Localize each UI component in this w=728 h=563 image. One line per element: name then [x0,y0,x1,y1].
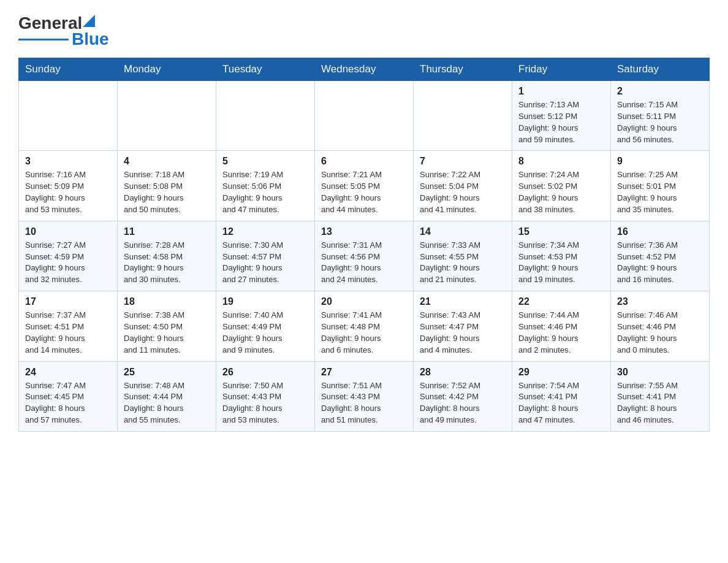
day-info: Sunrise: 7:27 AM Sunset: 4:59 PM Dayligh… [25,240,111,286]
day-info: Sunrise: 7:24 AM Sunset: 5:02 PM Dayligh… [518,169,604,215]
day-info: Sunrise: 7:38 AM Sunset: 4:50 PM Dayligh… [124,310,210,356]
day-number: 29 [518,367,604,378]
table-cell: 8Sunrise: 7:24 AM Sunset: 5:02 PM Daylig… [512,151,611,221]
day-info: Sunrise: 7:51 AM Sunset: 4:43 PM Dayligh… [321,380,407,426]
table-cell: 26Sunrise: 7:50 AM Sunset: 4:43 PM Dayli… [216,361,315,431]
table-cell: 19Sunrise: 7:40 AM Sunset: 4:49 PM Dayli… [216,291,315,361]
day-number: 17 [25,296,111,307]
header-saturday: Saturday [611,58,710,81]
day-info: Sunrise: 7:31 AM Sunset: 4:56 PM Dayligh… [321,240,407,286]
table-cell [315,81,414,151]
day-number: 20 [321,296,407,307]
day-info: Sunrise: 7:22 AM Sunset: 5:04 PM Dayligh… [420,169,506,215]
table-cell: 22Sunrise: 7:44 AM Sunset: 4:46 PM Dayli… [512,291,611,361]
calendar-table: SundayMondayTuesdayWednesdayThursdayFrid… [18,58,710,432]
day-number: 10 [25,226,111,237]
day-info: Sunrise: 7:43 AM Sunset: 4:47 PM Dayligh… [420,310,506,356]
header-friday: Friday [512,58,611,81]
day-info: Sunrise: 7:19 AM Sunset: 5:06 PM Dayligh… [222,169,308,215]
table-cell: 15Sunrise: 7:34 AM Sunset: 4:53 PM Dayli… [512,221,611,291]
logo: General Blue [18,15,109,48]
day-number: 19 [222,296,308,307]
day-number: 21 [420,296,506,307]
day-number: 27 [321,367,407,378]
table-cell: 10Sunrise: 7:27 AM Sunset: 4:59 PM Dayli… [19,221,118,291]
weekday-header-row: SundayMondayTuesdayWednesdayThursdayFrid… [19,58,710,81]
day-number: 16 [617,226,703,237]
table-cell [216,81,315,151]
day-number: 14 [420,226,506,237]
table-cell: 18Sunrise: 7:38 AM Sunset: 4:50 PM Dayli… [118,291,216,361]
table-cell: 28Sunrise: 7:52 AM Sunset: 4:42 PM Dayli… [414,361,512,431]
table-cell: 29Sunrise: 7:54 AM Sunset: 4:41 PM Dayli… [512,361,611,431]
table-cell: 11Sunrise: 7:28 AM Sunset: 4:58 PM Dayli… [118,221,216,291]
table-cell: 12Sunrise: 7:30 AM Sunset: 4:57 PM Dayli… [216,221,315,291]
day-info: Sunrise: 7:13 AM Sunset: 5:12 PM Dayligh… [518,99,604,145]
week-row-5: 24Sunrise: 7:47 AM Sunset: 4:45 PM Dayli… [19,361,710,431]
table-cell: 21Sunrise: 7:43 AM Sunset: 4:47 PM Dayli… [414,291,512,361]
day-info: Sunrise: 7:15 AM Sunset: 5:11 PM Dayligh… [617,99,703,145]
day-info: Sunrise: 7:28 AM Sunset: 4:58 PM Dayligh… [124,240,210,286]
table-cell: 5Sunrise: 7:19 AM Sunset: 5:06 PM Daylig… [216,151,315,221]
table-cell [19,81,118,151]
table-cell [118,81,216,151]
day-number: 22 [518,296,604,307]
day-info: Sunrise: 7:52 AM Sunset: 4:42 PM Dayligh… [420,380,506,426]
day-number: 23 [617,296,703,307]
day-info: Sunrise: 7:41 AM Sunset: 4:48 PM Dayligh… [321,310,407,356]
header-sunday: Sunday [19,58,118,81]
header: General Blue [18,15,710,48]
table-cell: 30Sunrise: 7:55 AM Sunset: 4:41 PM Dayli… [611,361,710,431]
table-cell: 23Sunrise: 7:46 AM Sunset: 4:46 PM Dayli… [611,291,710,361]
day-info: Sunrise: 7:47 AM Sunset: 4:45 PM Dayligh… [25,380,111,426]
header-tuesday: Tuesday [216,58,315,81]
table-cell: 20Sunrise: 7:41 AM Sunset: 4:48 PM Dayli… [315,291,414,361]
table-cell: 4Sunrise: 7:18 AM Sunset: 5:08 PM Daylig… [118,151,216,221]
day-number: 3 [25,156,111,167]
day-info: Sunrise: 7:34 AM Sunset: 4:53 PM Dayligh… [518,240,604,286]
day-number: 2 [617,86,703,97]
day-info: Sunrise: 7:55 AM Sunset: 4:41 PM Dayligh… [617,380,703,426]
day-number: 15 [518,226,604,237]
header-thursday: Thursday [414,58,512,81]
day-info: Sunrise: 7:50 AM Sunset: 4:43 PM Dayligh… [222,380,308,426]
week-row-2: 3Sunrise: 7:16 AM Sunset: 5:09 PM Daylig… [19,151,710,221]
day-number: 1 [518,86,604,97]
day-info: Sunrise: 7:18 AM Sunset: 5:08 PM Dayligh… [124,169,210,215]
logo-triangle-icon [83,15,95,27]
logo-line [18,39,69,40]
day-info: Sunrise: 7:25 AM Sunset: 5:01 PM Dayligh… [617,169,703,215]
week-row-4: 17Sunrise: 7:37 AM Sunset: 4:51 PM Dayli… [19,291,710,361]
table-cell: 16Sunrise: 7:36 AM Sunset: 4:52 PM Dayli… [611,221,710,291]
table-cell: 3Sunrise: 7:16 AM Sunset: 5:09 PM Daylig… [19,151,118,221]
week-row-3: 10Sunrise: 7:27 AM Sunset: 4:59 PM Dayli… [19,221,710,291]
day-number: 24 [25,367,111,378]
day-info: Sunrise: 7:33 AM Sunset: 4:55 PM Dayligh… [420,240,506,286]
day-number: 26 [222,367,308,378]
day-number: 5 [222,156,308,167]
logo-blue-text: Blue [72,31,109,48]
table-cell: 2Sunrise: 7:15 AM Sunset: 5:11 PM Daylig… [611,81,710,151]
day-number: 28 [420,367,506,378]
day-info: Sunrise: 7:36 AM Sunset: 4:52 PM Dayligh… [617,240,703,286]
day-info: Sunrise: 7:48 AM Sunset: 4:44 PM Dayligh… [124,380,210,426]
day-info: Sunrise: 7:44 AM Sunset: 4:46 PM Dayligh… [518,310,604,356]
table-cell: 27Sunrise: 7:51 AM Sunset: 4:43 PM Dayli… [315,361,414,431]
day-number: 4 [124,156,210,167]
table-cell: 14Sunrise: 7:33 AM Sunset: 4:55 PM Dayli… [414,221,512,291]
table-cell: 7Sunrise: 7:22 AM Sunset: 5:04 PM Daylig… [414,151,512,221]
table-cell [414,81,512,151]
day-info: Sunrise: 7:30 AM Sunset: 4:57 PM Dayligh… [222,240,308,286]
svg-marker-0 [83,15,95,27]
day-info: Sunrise: 7:21 AM Sunset: 5:05 PM Dayligh… [321,169,407,215]
table-cell: 9Sunrise: 7:25 AM Sunset: 5:01 PM Daylig… [611,151,710,221]
table-cell: 13Sunrise: 7:31 AM Sunset: 4:56 PM Dayli… [315,221,414,291]
day-info: Sunrise: 7:16 AM Sunset: 5:09 PM Dayligh… [25,169,111,215]
day-number: 12 [222,226,308,237]
day-info: Sunrise: 7:40 AM Sunset: 4:49 PM Dayligh… [222,310,308,356]
day-number: 30 [617,367,703,378]
day-number: 13 [321,226,407,237]
day-number: 9 [617,156,703,167]
day-number: 11 [124,226,210,237]
table-cell: 24Sunrise: 7:47 AM Sunset: 4:45 PM Dayli… [19,361,118,431]
